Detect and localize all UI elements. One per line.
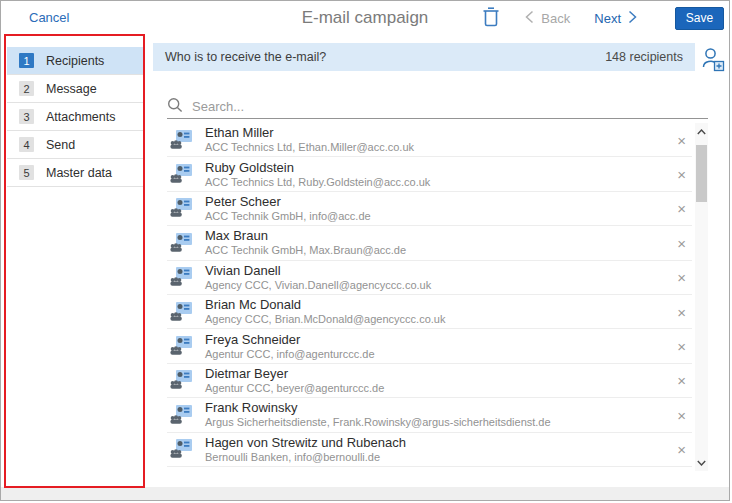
recipient-row[interactable]: Hagen von Strewitz und RubenachBernoulli… (167, 433, 692, 467)
recipient-name: Vivian Danell (205, 263, 431, 278)
scrollbar-thumb[interactable] (696, 145, 707, 202)
section-question: Who is to receive the e-mail? (165, 50, 326, 64)
remove-recipient-icon[interactable]: × (677, 201, 686, 216)
recipient-detail: Agentur CCC, info@agenturccc.de (205, 348, 375, 361)
recipient-name: Hagen von Strewitz und Rubenach (205, 435, 406, 450)
recipient-row[interactable]: Ruby GoldsteinACC Technics Ltd, Ruby.Gol… (167, 157, 692, 191)
contact-card-icon (169, 163, 193, 185)
chevron-right-icon (628, 10, 637, 27)
scroll-up-icon[interactable] (695, 125, 708, 138)
contact-card-icon (169, 335, 193, 357)
step-label: Send (46, 138, 75, 152)
remove-recipient-icon[interactable]: × (677, 270, 686, 285)
contact-card-icon (169, 232, 193, 254)
recipient-detail: Agentur CCC, beyer@agenturccc.de (205, 382, 384, 395)
recipient-name: Ethan Miller (205, 125, 414, 140)
step-label: Master data (46, 166, 112, 180)
recipient-row[interactable]: Freya SchneiderAgentur CCC, info@agentur… (167, 329, 692, 363)
recipient-name: Ruby Goldstein (205, 160, 430, 175)
recipient-name: Brian Mc Donald (205, 297, 445, 312)
step-number-badge: 1 (19, 53, 34, 68)
recipient-detail: Agency CCC, Vivian.Danell@agencyccc.co.u… (205, 279, 431, 292)
back-label: Back (541, 11, 570, 26)
recipient-detail: ACC Technics Ltd, Ethan.Miller@acc.co.uk (205, 141, 414, 154)
recipient-list: Ethan MillerACC Technics Ltd, Ethan.Mill… (167, 123, 692, 467)
chevron-left-icon (525, 10, 534, 27)
recipient-detail: Argus Sicherheitsdienste, Frank.Rowinsky… (205, 416, 551, 429)
sidebar-item-send[interactable]: 4 Send (7, 131, 144, 159)
recipient-row[interactable]: Dietmar BeyerAgentur CCC, beyer@agenturc… (167, 364, 692, 398)
trash-icon (481, 5, 501, 31)
sidebar-item-message[interactable]: 2 Message (7, 75, 144, 103)
remove-recipient-icon[interactable]: × (677, 304, 686, 319)
topbar: Cancel E-mail campaign Back (1, 1, 729, 35)
section-header: Who is to receive the e-mail? 148 recipi… (153, 43, 695, 71)
sidebar-item-master-data[interactable]: 5 Master data (7, 159, 144, 187)
step-label: Recipients (46, 54, 104, 68)
delete-campaign-button[interactable] (479, 3, 503, 33)
step-number-badge: 4 (19, 137, 34, 152)
contact-card-icon (169, 129, 193, 151)
recipient-detail: ACC Technik GmbH, Max.Braun@acc.de (205, 244, 406, 257)
recipient-detail: ACC Technik GmbH, info@acc.de (205, 210, 371, 223)
contact-card-icon (169, 266, 193, 288)
remove-recipient-icon[interactable]: × (677, 339, 686, 354)
sidebar-item-recipients[interactable]: 1 Recipients (7, 47, 144, 75)
recipient-name: Peter Scheer (205, 194, 371, 209)
scroll-down-icon[interactable] (695, 456, 708, 469)
recipient-name: Freya Schneider (205, 332, 375, 347)
contact-card-icon (169, 369, 193, 391)
recipient-name: Dietmar Beyer (205, 366, 384, 381)
recipient-row[interactable]: Frank RowinskyArgus Sicherheitsdienste, … (167, 398, 692, 432)
recipient-name: Frank Rowinsky (205, 400, 551, 415)
step-number-badge: 3 (19, 109, 34, 124)
remove-recipient-icon[interactable]: × (677, 235, 686, 250)
recipient-detail: ACC Technics Ltd, Ruby.Goldstein@acc.co.… (205, 176, 430, 189)
window-bottom-strip (1, 487, 729, 500)
step-label: Message (46, 82, 97, 96)
remove-recipient-icon[interactable]: × (677, 442, 686, 457)
contact-card-icon (169, 301, 193, 323)
add-recipient-button[interactable] (700, 45, 727, 77)
search-icon (167, 97, 183, 117)
sidebar-item-attachments[interactable]: 3 Attachments (7, 103, 144, 131)
contact-card-icon (169, 404, 193, 426)
recipient-row[interactable]: Max BraunACC Technik GmbH, Max.Braun@acc… (167, 226, 692, 260)
email-campaign-window: Cancel E-mail campaign Back (0, 0, 730, 501)
step-label: Attachments (46, 110, 115, 124)
remove-recipient-icon[interactable]: × (677, 407, 686, 422)
step-number-badge: 5 (19, 165, 34, 180)
recipient-row[interactable]: Vivian DanellAgency CCC, Vivian.Danell@a… (167, 261, 692, 295)
step-number-badge: 2 (19, 81, 34, 96)
topbar-actions: Back Next Save (479, 1, 724, 35)
contact-card-icon (169, 197, 193, 219)
add-person-icon (701, 61, 726, 76)
recipient-count: 148 recipients (605, 50, 683, 64)
recipient-detail: Bernoulli Banken, info@bernoulli.de (205, 451, 406, 464)
search-input[interactable] (192, 99, 708, 114)
search-box (167, 95, 708, 119)
recipient-detail: Agency CCC, Brian.McDonald@agencyccc.co.… (205, 313, 445, 326)
remove-recipient-icon[interactable]: × (677, 167, 686, 182)
next-label: Next (594, 11, 621, 26)
back-button[interactable]: Back (525, 10, 570, 27)
recipient-row[interactable]: Peter ScheerACC Technik GmbH, info@acc.d… (167, 192, 692, 226)
wizard-steps-sidebar: 1 Recipients 2 Message 3 Attachments 4 S… (7, 47, 144, 187)
save-button[interactable]: Save (675, 7, 724, 30)
recipient-row[interactable]: Brian Mc DonaldAgency CCC, Brian.McDonal… (167, 295, 692, 329)
contact-card-icon (169, 438, 193, 460)
remove-recipient-icon[interactable]: × (677, 132, 686, 147)
recipient-row[interactable]: Ethan MillerACC Technics Ltd, Ethan.Mill… (167, 123, 692, 157)
remove-recipient-icon[interactable]: × (677, 373, 686, 388)
next-button[interactable]: Next (594, 10, 637, 27)
list-scrollbar[interactable] (695, 123, 708, 471)
recipient-name: Max Braun (205, 228, 406, 243)
